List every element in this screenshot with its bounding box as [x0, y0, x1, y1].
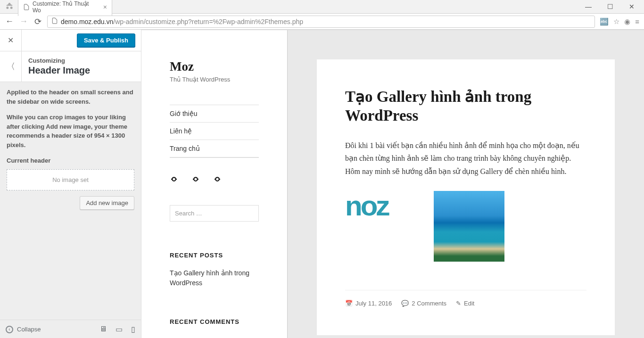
social-icons	[170, 175, 259, 183]
tab-title: Customize: Thủ Thuật Wo	[33, 0, 99, 14]
nav-item[interactable]: Giớ thiệu	[170, 105, 259, 123]
gallery-image[interactable]	[434, 191, 504, 262]
svg-point-2	[215, 177, 219, 181]
tab-close-icon[interactable]: ×	[103, 3, 107, 11]
url-host: demo.moz.edu.vn	[61, 18, 113, 25]
header-desc-2: While you can crop images to your liking…	[7, 113, 134, 149]
desktop-preview-icon[interactable]: 🖥	[99, 325, 107, 334]
save-publish-button[interactable]: Save & Publish	[77, 33, 135, 47]
recent-post-link[interactable]: Tạo Gallery hình ảnh trong WordPress	[170, 268, 259, 288]
tablet-preview-icon[interactable]: ▭	[116, 325, 123, 334]
extension-icon[interactable]: ◉	[624, 17, 630, 26]
close-customizer-button[interactable]: ✕	[0, 30, 22, 51]
edit-icon: ✎	[456, 300, 461, 307]
social-icon[interactable]	[170, 175, 178, 183]
post-comments[interactable]: 💬2 Comments	[401, 300, 446, 307]
recent-posts-heading: RECENT POSTS	[170, 252, 259, 259]
post-date[interactable]: 📅July 11, 2016	[345, 300, 392, 307]
recent-comments-heading: RECENT COMMENTS	[170, 318, 259, 325]
post-title[interactable]: Tạo Gallery hình ảnh trong WordPress	[345, 88, 586, 125]
customizer-panel: ✕ Save & Publish 〈 Customizing Header Im…	[0, 30, 141, 338]
comment-icon: 💬	[401, 300, 409, 307]
site-tagline: Thủ Thuật WordPress	[170, 76, 259, 83]
address-bar[interactable]: demo.moz.edu.vn/wp-admin/customize.php?r…	[47, 16, 595, 28]
browser-chrome: Customize: Thủ Thuật Wo × ― ☐ ✕ ← → ⟳ de…	[0, 0, 644, 30]
customizer-topbar: ✕ Save & Publish	[0, 30, 141, 51]
current-header-label: Current header	[7, 156, 134, 165]
svg-point-0	[172, 177, 176, 181]
section-title: Header Image	[28, 65, 90, 76]
post-edit[interactable]: ✎Edit	[456, 300, 474, 307]
search-input[interactable]: Search …	[170, 205, 259, 222]
divider	[170, 157, 259, 158]
back-section-button[interactable]: 〈	[0, 51, 22, 82]
page-icon	[23, 4, 30, 10]
toolbar-right: 🔤 ☆ ◉ ≡	[600, 17, 639, 26]
minimize-button[interactable]: ―	[582, 3, 595, 10]
forward-button[interactable]: →	[19, 16, 28, 26]
preview-pane: Moz Thủ Thuật WordPress Giớ thiệu Liên h…	[141, 30, 644, 338]
social-icon[interactable]	[213, 175, 222, 183]
svg-point-1	[194, 177, 198, 181]
menu-icon[interactable]: ≡	[635, 17, 639, 26]
maximize-button[interactable]: ☐	[603, 3, 617, 10]
gallery-image[interactable]: noz	[345, 191, 421, 221]
workspace: ✕ Save & Publish 〈 Customizing Header Im…	[0, 30, 644, 338]
mobile-preview-icon[interactable]: ▯	[131, 325, 135, 334]
collapse-control[interactable]: ‹ Collapse	[6, 326, 41, 333]
add-new-image-button[interactable]: Add new image	[80, 196, 134, 210]
customizing-label: Customizing	[28, 57, 90, 64]
device-preview-icons: 🖥 ▭ ▯	[99, 325, 135, 334]
primary-nav: Giớ thiệu Liên hệ Trang chủ	[170, 105, 259, 157]
collapse-icon: ‹	[6, 326, 13, 333]
customizer-footer: ‹ Collapse 🖥 ▭ ▯	[0, 320, 141, 338]
reload-button[interactable]: ⟳	[33, 16, 42, 27]
post-gallery: noz	[345, 191, 586, 262]
browser-toolbar: ← → ⟳ demo.moz.edu.vn/wp-admin/customize…	[0, 13, 644, 29]
post-card: Tạo Gallery hình ảnh trong WordPress Đôi…	[317, 59, 615, 335]
nav-item[interactable]: Trang chủ	[170, 140, 259, 157]
incognito-icon	[4, 1, 15, 12]
url-path: /wp-admin/customize.php?return=%2Fwp-adm…	[113, 18, 303, 25]
social-icon[interactable]	[191, 175, 200, 183]
section-header: 〈 Customizing Header Image	[0, 51, 141, 82]
site-title[interactable]: Moz	[170, 59, 259, 74]
customizer-body: Applied to the header on small screens a…	[0, 82, 141, 215]
tab-bar: Customize: Thủ Thuật Wo × ― ☐ ✕	[0, 0, 644, 13]
page-info-icon	[51, 17, 58, 25]
collapse-label: Collapse	[17, 326, 41, 333]
browser-tab[interactable]: Customize: Thủ Thuật Wo ×	[18, 0, 112, 16]
window-controls: ― ☐ ✕	[582, 3, 644, 10]
nav-item[interactable]: Liên hệ	[170, 123, 259, 140]
close-window-button[interactable]: ✕	[625, 3, 638, 10]
header-desc-1: Applied to the header on small screens a…	[7, 88, 134, 106]
bookmark-icon[interactable]: ☆	[613, 17, 619, 26]
post-meta: 📅July 11, 2016 💬2 Comments ✎Edit	[345, 290, 586, 307]
translate-icon[interactable]: 🔤	[600, 17, 609, 26]
site-main: Tạo Gallery hình ảnh trong WordPress Đôi…	[288, 30, 644, 338]
site-sidebar: Moz Thủ Thuật WordPress Giớ thiệu Liên h…	[141, 30, 288, 338]
no-image-placeholder: No image set	[7, 169, 134, 191]
back-button[interactable]: ←	[5, 16, 14, 26]
post-excerpt: Đôi khi 1 bài viết bạn cần nhiều hình ản…	[345, 139, 586, 178]
calendar-icon: 📅	[345, 300, 353, 307]
